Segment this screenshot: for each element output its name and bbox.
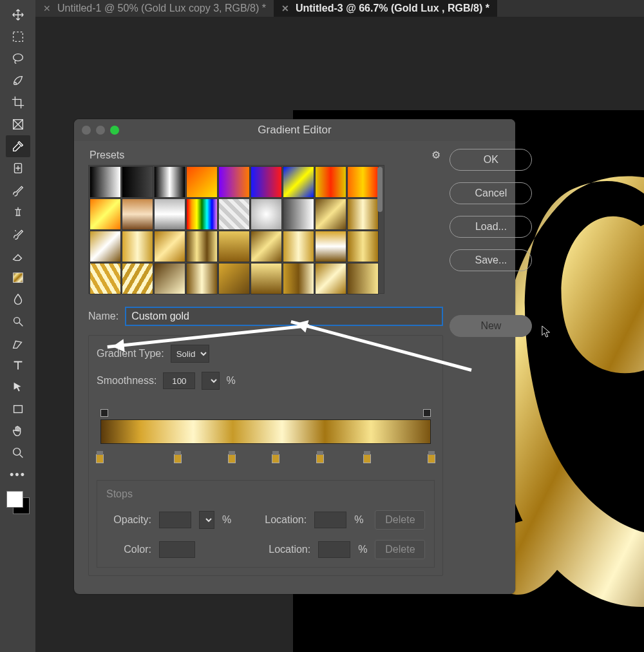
preset-swatch[interactable] [283,198,314,230]
frame-tool-icon[interactable] [6,113,30,135]
gradient-name-input[interactable] [125,307,443,326]
gradient-preview[interactable] [100,419,431,444]
preset-swatch[interactable] [90,166,121,198]
preset-swatch[interactable] [90,198,121,230]
opacity-stop[interactable] [423,409,431,417]
preset-swatch[interactable] [347,231,379,262]
color-stop[interactable] [316,454,324,463]
preset-swatch[interactable] [186,231,218,262]
preset-swatch[interactable] [283,166,314,198]
load-button[interactable]: Load... [450,216,532,238]
rectangle-tool-icon[interactable] [6,398,30,420]
gear-icon[interactable]: ⚙︎ [431,149,440,161]
color-stop[interactable] [228,454,236,463]
gradient-bar[interactable] [97,401,435,466]
preset-swatch[interactable] [251,263,282,294]
blur-tool-icon[interactable] [6,289,30,311]
preset-swatch[interactable] [122,231,153,262]
zoom-window-icon[interactable] [110,126,119,135]
preset-swatch[interactable] [315,263,346,294]
move-tool-icon[interactable] [6,4,30,26]
preset-swatch[interactable] [186,198,218,230]
hand-tool-icon[interactable] [6,420,30,442]
preset-swatch[interactable] [218,198,250,230]
edit-toolbar-icon[interactable]: ••• [6,464,30,486]
opacity-stop[interactable] [100,409,108,417]
presets-label: Presets [90,149,124,161]
color-swatch-input[interactable] [159,541,195,558]
svg-rect-7 [14,406,22,413]
preset-swatch[interactable] [315,166,346,198]
dialog-titlebar[interactable]: Gradient Editor [74,119,515,141]
close-icon[interactable]: ✕ [43,3,51,14]
eyedropper-tool-icon[interactable] [6,135,30,157]
foreground-color-swatch[interactable] [6,491,23,508]
gradient-tool-icon[interactable] [6,267,30,289]
smoothness-input[interactable] [163,372,195,389]
preset-swatch[interactable] [122,263,153,294]
preset-swatch[interactable] [90,231,121,262]
pen-tool-icon[interactable] [6,332,30,354]
crop-tool-icon[interactable] [6,91,30,113]
history-brush-tool-icon[interactable] [6,223,30,245]
preset-swatch[interactable] [347,198,379,230]
color-stop[interactable] [428,454,435,463]
delete-opacity-stop-button[interactable]: Delete [375,510,425,530]
preset-swatch[interactable] [218,231,250,262]
preset-swatch[interactable] [251,231,282,262]
save-button[interactable]: Save... [450,249,532,271]
preset-swatch[interactable] [251,166,282,198]
opacity-input[interactable] [159,512,191,528]
scrollbar[interactable] [377,167,383,212]
preset-swatch[interactable] [122,198,153,230]
document-tab[interactable]: ✕ Untitled-3 @ 66.7% (Gold Lux , RGB/8) … [274,0,497,17]
cancel-button[interactable]: Cancel [450,182,532,204]
opacity-dropdown[interactable] [199,511,214,529]
color-stop[interactable] [272,454,279,463]
document-tab[interactable]: ✕ Untitled-1 @ 50% (Gold Lux copy 3, RGB… [35,0,274,17]
gradient-type-select[interactable]: Solid [171,345,209,363]
opacity-location-input[interactable] [314,512,346,528]
preset-swatch[interactable] [154,263,185,294]
preset-swatch[interactable] [218,263,250,294]
path-select-tool-icon[interactable] [6,376,30,398]
brush-tool-icon[interactable] [6,179,30,201]
preset-swatch[interactable] [122,166,153,198]
preset-swatch[interactable] [251,198,282,230]
clone-stamp-tool-icon[interactable] [6,201,30,223]
color-stop[interactable] [363,454,371,463]
healing-brush-tool-icon[interactable] [6,157,30,179]
close-window-icon[interactable] [82,126,91,135]
delete-color-stop-button[interactable]: Delete [375,540,425,559]
new-button[interactable]: New [450,315,532,337]
preset-swatch[interactable] [186,263,218,294]
preset-swatch[interactable] [283,231,314,262]
preset-swatch[interactable] [154,198,185,230]
preset-swatch[interactable] [90,263,121,294]
preset-swatch[interactable] [186,166,218,198]
minimize-window-icon[interactable] [96,126,105,135]
preset-swatch[interactable] [218,166,250,198]
type-tool-icon[interactable] [6,354,30,376]
preset-swatch[interactable] [347,263,379,294]
dodge-tool-icon[interactable] [6,311,30,332]
svg-point-6 [14,318,19,323]
smoothness-dropdown[interactable] [202,372,220,390]
quick-select-tool-icon[interactable] [6,70,30,91]
color-stop[interactable] [96,454,104,463]
zoom-tool-icon[interactable] [6,442,30,464]
preset-swatch[interactable] [315,198,346,230]
preset-swatch[interactable] [347,166,379,198]
color-swatches[interactable] [5,490,31,515]
preset-swatch[interactable] [154,166,185,198]
preset-swatch[interactable] [154,231,185,262]
eraser-tool-icon[interactable] [6,245,30,267]
color-stop[interactable] [174,454,182,463]
ok-button[interactable]: OK [450,149,532,171]
preset-swatch[interactable] [283,263,314,294]
lasso-tool-icon[interactable] [6,48,30,70]
marquee-tool-icon[interactable] [6,26,30,48]
close-icon[interactable]: ✕ [281,3,289,14]
color-location-input[interactable] [318,541,350,558]
preset-swatch[interactable] [315,231,346,262]
